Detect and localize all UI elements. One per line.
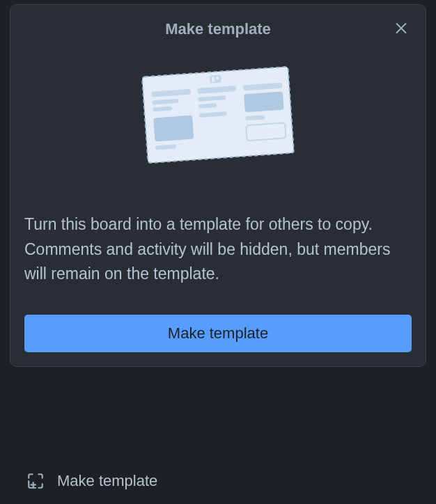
svg-rect-3 [210, 75, 221, 84]
dialog-description: Turn this board into a template for othe… [24, 212, 412, 287]
menu-item-make-template[interactable]: Make template [26, 472, 157, 490]
make-template-button[interactable]: Make template [24, 315, 412, 352]
menu-item-label: Make template [57, 472, 157, 490]
make-template-dialog: Make template [10, 4, 426, 367]
close-icon [394, 21, 409, 38]
svg-rect-4 [212, 77, 215, 81]
template-add-icon [26, 472, 45, 490]
board-template-illustration [24, 66, 412, 164]
dialog-title: Make template [165, 20, 271, 38]
svg-rect-9 [153, 116, 194, 142]
svg-rect-16 [244, 91, 284, 112]
dialog-header: Make template [24, 20, 412, 38]
svg-rect-5 [216, 77, 219, 80]
close-button[interactable] [391, 18, 412, 41]
